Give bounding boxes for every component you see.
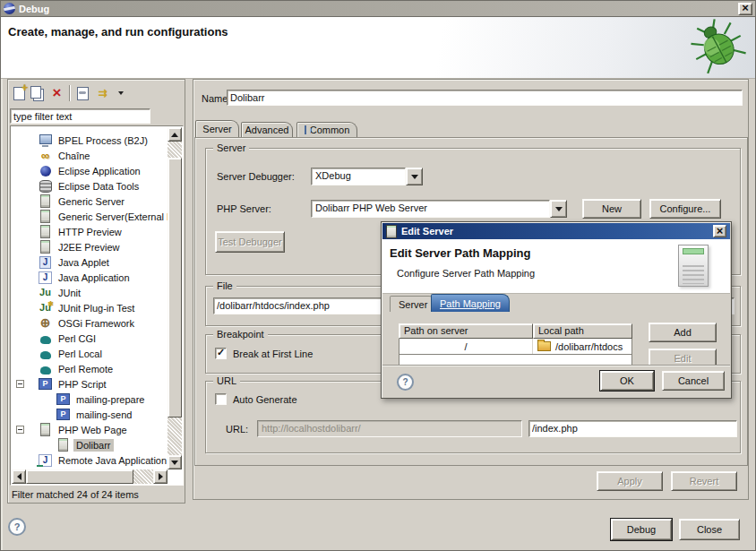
dialog-help-icon[interactable]	[397, 374, 414, 391]
horizontal-scroll-thumb[interactable]	[26, 469, 133, 484]
tree-item-php-web-page[interactable]: PHP Web Page	[12, 422, 168, 437]
dialog-close-icon[interactable]	[713, 225, 726, 237]
horizontal-scrollbar[interactable]	[12, 469, 168, 484]
perl-camel-icon	[39, 362, 52, 375]
chain-icon	[39, 149, 52, 162]
scroll-right-icon[interactable]	[153, 469, 168, 484]
dialog-tab-server[interactable]: Server	[390, 296, 436, 312]
tree-item-java-applet[interactable]: Java Applet	[12, 254, 168, 270]
url-group-title: URL	[213, 375, 240, 387]
remote-java-icon	[39, 453, 52, 467]
perl-camel-icon	[39, 347, 52, 360]
name-field-wrap	[227, 90, 743, 106]
tree-item-perl-cgi[interactable]: Perl CGI	[12, 331, 168, 346]
new-configuration-button[interactable]	[10, 84, 29, 103]
tree-item-bpel-process-b2j[interactable]: BPEL Process (B2J)	[12, 133, 168, 148]
revert-button[interactable]: Revert	[671, 471, 737, 491]
url-file-field[interactable]	[529, 421, 736, 435]
collapse-all-icon	[77, 87, 89, 100]
table-row[interactable]: / /dolibarr/htdocs	[399, 339, 632, 355]
junit-plugin-icon	[39, 301, 52, 314]
tab-advanced[interactable]: Advanced	[241, 122, 293, 137]
collapse-expander-icon[interactable]	[16, 426, 24, 434]
url-label: URL:	[226, 424, 248, 435]
server-icon	[56, 438, 70, 452]
tab-common[interactable]: Common	[296, 122, 357, 137]
dialog-tabs: Server Path Mapping	[382, 293, 730, 312]
scroll-down-icon[interactable]	[168, 455, 182, 469]
scroll-up-icon[interactable]	[168, 127, 182, 142]
test-debugger-button[interactable]: Test Debugger	[215, 231, 285, 253]
title-bar[interactable]: Debug	[1, 1, 755, 17]
server-icon	[39, 423, 52, 436]
duplicate-configuration-button[interactable]	[29, 84, 47, 103]
help-icon[interactable]	[8, 518, 26, 536]
tree-item-remote-java-application[interactable]: Remote Java Application	[12, 452, 168, 468]
dialog-title-bar[interactable]: Edit Server	[382, 223, 730, 239]
column-path-on-server[interactable]: Path on server	[399, 323, 533, 339]
file-group-title: File	[213, 280, 236, 292]
vertical-scrollbar[interactable]	[168, 127, 182, 469]
server-icon	[386, 225, 397, 238]
tree-item-mailing-prepare[interactable]: mailing-prepare	[12, 392, 168, 407]
tab-server[interactable]: Server	[195, 120, 239, 137]
collapse-expander-icon[interactable]	[16, 380, 24, 388]
path-mapping-content: Path on server Local path / /dolibarr/ht…	[382, 312, 730, 368]
tree-item-junit[interactable]: JUnit	[12, 285, 168, 300]
filter-menu-caret-icon[interactable]	[111, 84, 130, 103]
tree-toolbar: ⇉	[10, 82, 130, 104]
tree-item-dolibarr[interactable]: Dolibarr	[12, 437, 168, 452]
php-script-icon	[39, 377, 52, 391]
configure-button[interactable]: Configure...	[649, 199, 721, 219]
close-button[interactable]: Close	[679, 519, 740, 540]
tree-item-perl-local[interactable]: Perl Local	[12, 346, 168, 361]
delete-configuration-button[interactable]	[47, 84, 66, 103]
table-icon	[305, 125, 306, 134]
tree-item-mailing-send[interactable]: mailing-send	[12, 407, 168, 422]
auto-generate-checkbox[interactable]	[215, 393, 227, 405]
chevron-down-icon[interactable]	[406, 168, 423, 185]
debug-button[interactable]: Debug	[611, 519, 672, 540]
ok-button[interactable]: OK	[600, 371, 654, 391]
scroll-left-icon[interactable]	[12, 469, 26, 484]
dialog-tab-path-mapping[interactable]: Path Mapping	[431, 294, 510, 312]
php-script-icon	[56, 408, 70, 421]
tree-item-generic-server[interactable]: Generic Server	[12, 194, 168, 209]
cancel-button[interactable]: Cancel	[662, 371, 725, 391]
eclipse-logo-icon	[4, 3, 15, 14]
tree-item-perl-remote[interactable]: Perl Remote	[12, 361, 168, 376]
tree-item-osgi-framework[interactable]: OSGi Framework	[12, 315, 168, 331]
vertical-scroll-thumb[interactable]	[168, 158, 182, 418]
tree-item-generic-server-external[interactable]: Generic Server(External La	[12, 209, 168, 224]
dialog-button-bar: OK Cancel	[382, 365, 730, 397]
filter-input[interactable]	[11, 109, 150, 124]
window-close-icon[interactable]	[738, 3, 752, 15]
tree-item-java-application[interactable]: Java Application	[12, 270, 168, 285]
dialog-header: Edit Server Path Mapping Configure Serve…	[382, 239, 730, 294]
dialog-title: Edit Server	[401, 226, 713, 237]
base-url-field: http://localhostdolibarr/	[257, 420, 522, 437]
server-debugger-select[interactable]: XDebug	[311, 168, 423, 185]
edit-server-dialog: Edit Server Edit Server Path Mapping Con…	[381, 221, 732, 399]
filter-input-wrap	[10, 108, 150, 124]
tree-item-eclipse-data-tools[interactable]: Eclipse Data Tools	[12, 178, 168, 194]
new-button[interactable]: New	[582, 199, 641, 219]
tree-item-eclipse-application[interactable]: Eclipse Application	[12, 163, 168, 178]
break-first-line-checkbox[interactable]	[215, 348, 227, 359]
tree-item-junit-plugin-test[interactable]: JUnit Plug-in Test	[12, 300, 168, 315]
collapse-all-button[interactable]	[73, 84, 92, 103]
filter-launch-configurations-button[interactable]: ⇉	[92, 84, 111, 103]
name-field[interactable]	[228, 90, 742, 105]
tree-item-http-preview[interactable]: HTTP Preview	[12, 224, 168, 239]
tree-item-php-script[interactable]: PHP Script	[12, 376, 168, 392]
folder-icon	[537, 341, 551, 351]
php-server-select[interactable]: Dolibarr PHP Web Server	[311, 200, 567, 218]
java-application-icon	[39, 271, 52, 284]
duplicate-icon	[30, 86, 41, 99]
chevron-down-icon[interactable]	[550, 200, 567, 218]
apply-button[interactable]: Apply	[597, 471, 663, 491]
column-local-path[interactable]: Local path	[533, 323, 632, 339]
add-button[interactable]: Add	[649, 323, 717, 342]
tree-item-chaine[interactable]: Chaîne	[12, 148, 168, 163]
tree-item-j2ee-preview[interactable]: J2EE Preview	[12, 239, 168, 254]
